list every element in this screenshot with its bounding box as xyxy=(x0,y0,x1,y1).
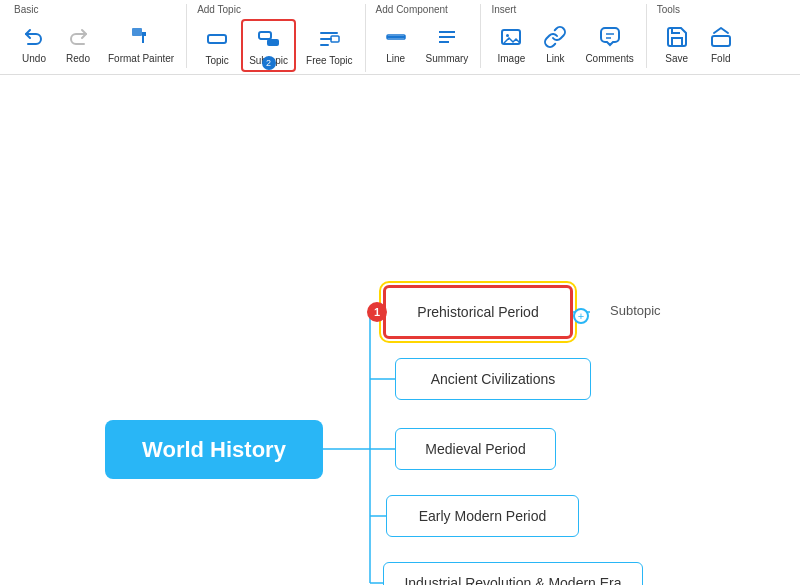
subtopic-badge: 2 xyxy=(262,56,276,70)
save-icon xyxy=(663,23,691,51)
svg-rect-1 xyxy=(208,35,226,43)
add-topic-group-items: Topic Subtopic 2 xyxy=(197,19,358,72)
line-button[interactable]: Line xyxy=(376,19,416,68)
subtopic-add-dot[interactable] xyxy=(573,308,589,324)
summary-button[interactable]: Summary xyxy=(420,19,475,68)
redo-icon xyxy=(64,23,92,51)
link-label: Link xyxy=(546,53,564,64)
summary-label: Summary xyxy=(426,53,469,64)
image-label: Image xyxy=(497,53,525,64)
topic-button[interactable]: Topic xyxy=(197,21,237,70)
fold-icon xyxy=(707,23,735,51)
topic-icon xyxy=(203,25,231,53)
redo-button[interactable]: Redo xyxy=(58,19,98,68)
toolbar: Basic Undo Redo xyxy=(0,0,800,75)
insert-group-label: Insert xyxy=(491,4,516,15)
svg-rect-14 xyxy=(712,36,730,46)
central-node[interactable]: World History xyxy=(105,420,323,479)
medieval-period-node[interactable]: Medieval Period xyxy=(395,428,556,470)
comments-label: Comments xyxy=(585,53,633,64)
svg-rect-4 xyxy=(331,36,339,42)
redo-label: Redo xyxy=(66,53,90,64)
link-button[interactable]: Link xyxy=(535,19,575,68)
svg-rect-0 xyxy=(132,28,142,36)
line-icon xyxy=(382,23,410,51)
tools-group-label: Tools xyxy=(657,4,680,15)
summary-icon xyxy=(433,23,461,51)
save-label: Save xyxy=(665,53,688,64)
industrial-revolution-label: Industrial Revolution & Modern Era xyxy=(404,575,621,585)
comments-button[interactable]: Comments xyxy=(579,19,639,68)
fold-button[interactable]: Fold xyxy=(701,19,741,68)
topic-label: Topic xyxy=(205,55,228,66)
basic-group-items: Undo Redo Format Painter xyxy=(14,19,180,68)
subtopic-label-text: Subtopic xyxy=(610,303,661,318)
svg-rect-2 xyxy=(259,32,271,39)
toolbar-group-insert: Insert Image xyxy=(485,4,646,68)
early-modern-period-label: Early Modern Period xyxy=(419,508,547,524)
early-modern-period-node[interactable]: Early Modern Period xyxy=(386,495,579,537)
subtopic-icon xyxy=(255,25,283,53)
toolbar-group-add-component: Add Component Line xyxy=(370,4,482,68)
format-painter-icon xyxy=(127,23,155,51)
add-component-group-items: Line Summary xyxy=(376,19,475,68)
svg-point-11 xyxy=(506,34,509,37)
comments-icon xyxy=(596,23,624,51)
subtopic-button-wrap: Subtopic 2 xyxy=(241,19,296,72)
format-painter-label: Format Painter xyxy=(108,53,174,64)
undo-button[interactable]: Undo xyxy=(14,19,54,68)
image-button[interactable]: Image xyxy=(491,19,531,68)
image-icon xyxy=(497,23,525,51)
prehistorical-node-badge: 1 xyxy=(367,302,387,322)
free-topic-label: Free Topic xyxy=(306,55,353,66)
add-topic-group-label: Add Topic xyxy=(197,4,241,15)
format-painter-button[interactable]: Format Painter xyxy=(102,19,180,68)
toolbar-group-basic: Basic Undo Redo xyxy=(8,4,187,68)
ancient-civilizations-node[interactable]: Ancient Civilizations xyxy=(395,358,591,400)
medieval-period-label: Medieval Period xyxy=(425,441,525,457)
free-topic-button[interactable]: Free Topic xyxy=(300,21,359,70)
tools-group-items: Save Fold xyxy=(657,19,741,68)
ancient-civilizations-label: Ancient Civilizations xyxy=(431,371,556,387)
industrial-revolution-node[interactable]: Industrial Revolution & Modern Era xyxy=(383,562,643,585)
undo-label: Undo xyxy=(22,53,46,64)
basic-group-label: Basic xyxy=(14,4,38,15)
prehistorical-node-label: Prehistorical Period xyxy=(417,304,538,320)
undo-icon xyxy=(20,23,48,51)
link-icon xyxy=(541,23,569,51)
prehistorical-node[interactable]: Prehistorical Period xyxy=(383,285,573,339)
toolbar-group-tools: Tools Save Fo xyxy=(651,4,747,68)
line-label: Line xyxy=(386,53,405,64)
svg-rect-3 xyxy=(267,39,279,46)
insert-group-items: Image Link xyxy=(491,19,639,68)
fold-label: Fold xyxy=(711,53,730,64)
add-component-group-label: Add Component xyxy=(376,4,448,15)
free-topic-icon xyxy=(315,25,343,53)
canvas-area: World History 1 Prehistorical Period Sub… xyxy=(0,75,800,585)
toolbar-group-add-topic: Add Topic Topic xyxy=(191,4,365,72)
save-button[interactable]: Save xyxy=(657,19,697,68)
central-node-label: World History xyxy=(142,437,286,463)
